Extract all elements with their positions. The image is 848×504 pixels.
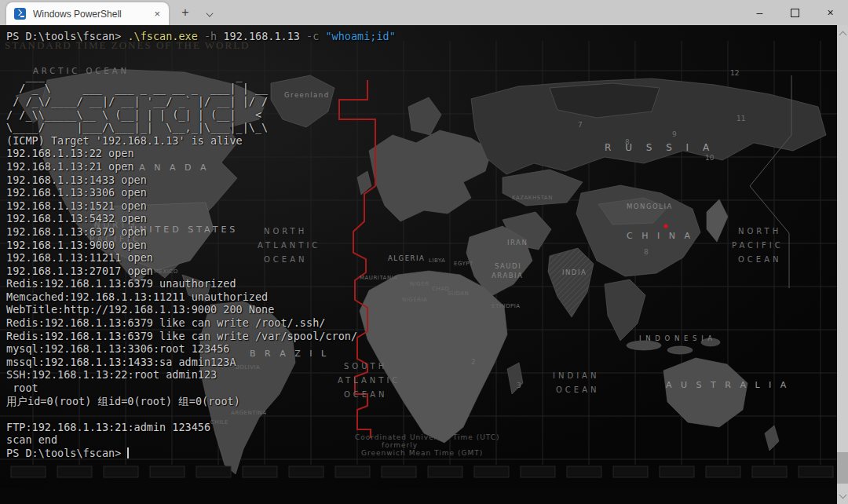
command-segment: "whoami;id" [325,30,395,42]
text-cursor [127,447,129,458]
close-button[interactable]: × [813,0,848,25]
command-segment: -h [204,30,223,42]
powershell-icon [14,8,26,20]
command-segment: 192.168.1.13 [223,30,306,42]
scrollbar-thumb[interactable] [837,452,848,484]
maximize-button[interactable] [777,0,813,25]
command-segment: .\fscan.exe [127,30,204,42]
current-prompt-line[interactable]: PS D:\tools\fscan> [6,447,837,460]
new-tab-button[interactable]: + [174,0,196,25]
tab-close-icon[interactable]: × [152,8,163,20]
scroll-down-icon[interactable] [837,490,848,502]
terminal-text: PS D:\tools\fscan> .\fscan.exe -h 192.16… [0,25,837,504]
command-segment: -c [306,30,325,42]
scan-output: (ICMP) Target '192.168.1.13' is alive 19… [6,134,837,447]
minimize-button[interactable]: – [742,0,777,25]
command-line: PS D:\tools\fscan> .\fscan.exe -h 192.16… [6,30,837,43]
tab-windows-powershell[interactable]: Windows PowerShell × [6,2,169,25]
scroll-up-icon[interactable] [837,27,848,39]
tab-dropdown-button[interactable] [199,0,220,25]
prompt-text: PS D:\tools\fscan> [6,447,127,459]
fscan-banner: ___ _ / _ \ ___ ___ _ __ __ _ ___| | __ … [6,69,837,134]
command-segment: PS D:\tools\fscan> [6,30,127,42]
window-controls: – × [742,0,848,25]
tab-title: Windows PowerShell [33,9,152,20]
scrollbar[interactable] [837,25,848,504]
title-bar: Windows PowerShell × + – × [0,0,848,25]
terminal-viewport[interactable]: STANDARD TIME ZONES OF THE WORLDARCTIC O… [0,25,837,504]
chevron-down-icon [207,9,214,16]
